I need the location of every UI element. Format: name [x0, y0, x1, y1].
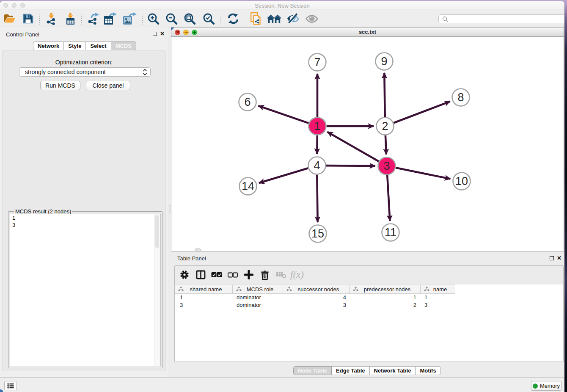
network-view-window: scc.txt 7968124314101511 [171, 27, 564, 251]
save-session-button[interactable] [21, 12, 35, 25]
graph-node-1[interactable]: 1 [309, 118, 326, 135]
import-network-button[interactable] [44, 12, 58, 25]
table-panel-float-button[interactable] [550, 256, 554, 260]
zoom-fit-button[interactable] [182, 12, 197, 25]
control-panel-float-button[interactable] [153, 32, 157, 36]
graph-node-10[interactable]: 10 [453, 173, 471, 190]
graph-node-3[interactable]: 3 [378, 157, 396, 175]
edge-1-6[interactable] [259, 106, 309, 123]
control-tab-select[interactable]: Select [86, 41, 111, 50]
control-tab-mcds[interactable]: MCDS [111, 41, 136, 50]
memory-button[interactable]: Memory [531, 381, 561, 391]
graph-node-8[interactable]: 8 [452, 89, 470, 106]
table-panel-title: Table Panel [177, 255, 206, 262]
control-panel-close-button[interactable]: ✕ [160, 32, 165, 36]
create-column-button[interactable] [242, 267, 256, 283]
edge-3-11[interactable] [387, 175, 390, 221]
table-row[interactable]: 1dominator411 [175, 294, 455, 301]
gear-icon [180, 270, 189, 279]
graph-node-6[interactable]: 6 [239, 94, 256, 111]
criterion-select[interactable]: strongly connected component [19, 67, 151, 77]
deselect-all-button[interactable] [226, 267, 240, 283]
checked-boxes-icon [211, 272, 222, 278]
control-panel: Control Panel ✕ NetworkStyleSelectMCDS O… [0, 27, 168, 377]
delete-table-button[interactable] [274, 267, 288, 283]
graph-node-15[interactable]: 15 [309, 225, 327, 243]
delete-column-button[interactable] [258, 267, 272, 283]
table-tab-node-table[interactable]: Node Table [293, 366, 332, 375]
edge-4-14[interactable] [259, 168, 308, 183]
search-field[interactable] [438, 14, 564, 23]
node-label: 11 [385, 226, 396, 239]
graph-node-7[interactable]: 7 [309, 54, 326, 71]
open-session-button[interactable] [2, 12, 17, 25]
open-folder-icon [3, 13, 16, 24]
node-table: shared nameMCDS rolesuccessor nodesprede… [175, 284, 563, 362]
result-item[interactable]: 3 [10, 221, 160, 229]
refresh-button[interactable] [226, 12, 240, 25]
table-tab-network-table[interactable]: Network Table [370, 366, 416, 375]
save-icon [23, 14, 33, 24]
table-tab-edge-table[interactable]: Edge Table [332, 366, 369, 375]
table-cell: 2 [350, 301, 421, 309]
select-all-button[interactable] [209, 267, 224, 283]
select-updown-icon [143, 69, 147, 75]
eye-slash-icon [287, 13, 300, 25]
edge-layer [259, 73, 451, 222]
mcds-result-group: MCDS result (2 nodes) 13 [8, 211, 162, 368]
table-tab-motifs[interactable]: Motifs [416, 366, 440, 375]
hide-graphics-button[interactable] [286, 12, 300, 25]
function-builder-button[interactable]: f(x) [290, 267, 304, 283]
edge-3-1[interactable] [327, 132, 379, 161]
edge-3-10[interactable] [396, 168, 450, 179]
import-table-button[interactable] [63, 12, 77, 25]
share-document-button[interactable] [249, 12, 263, 25]
result-item[interactable]: 1 [10, 214, 160, 221]
table-settings-button[interactable] [177, 267, 192, 283]
control-tab-network[interactable]: Network [33, 41, 64, 50]
control-panel-tabbar: NetworkStyleSelectMCDS [33, 41, 136, 50]
table-panel-close-button[interactable]: ✕ [557, 256, 561, 260]
edge-4-3[interactable] [326, 166, 375, 166]
graph-node-4[interactable]: 4 [308, 157, 326, 174]
column-header-label: MCDS role [242, 286, 283, 293]
export-image-button[interactable] [122, 12, 137, 25]
export-network-button[interactable] [86, 12, 100, 25]
edge-2-9[interactable] [384, 73, 385, 117]
show-column-pane-button[interactable] [193, 267, 208, 283]
network-graph[interactable]: 7968124314101511 [171, 37, 564, 251]
control-tab-style[interactable]: Style [64, 41, 86, 50]
close-panel-button[interactable]: Close panel [86, 81, 130, 90]
edge-2-3[interactable] [385, 135, 386, 155]
edge-2-8[interactable] [394, 102, 450, 123]
column-header-shared-name[interactable]: shared name [175, 284, 233, 294]
unchecked-boxes-icon [228, 272, 238, 278]
graph-node-9[interactable]: 9 [376, 53, 393, 70]
zoom-selected-button[interactable] [201, 12, 216, 25]
node-label: 1 [314, 120, 320, 133]
node-label: 7 [314, 56, 320, 69]
fx-icon: f(x) [290, 269, 304, 280]
zoom-in-button[interactable] [146, 12, 160, 25]
graph-node-2[interactable]: 2 [377, 118, 394, 135]
table-cell: dominator [233, 294, 283, 301]
table-row[interactable]: 3dominator323 [175, 301, 455, 309]
zoom-out-button[interactable] [164, 12, 179, 25]
export-table-button[interactable] [103, 12, 118, 25]
run-mcds-button[interactable]: Run MCDS [40, 81, 80, 90]
home-button[interactable] [267, 12, 281, 25]
column-header-predecessor-nodes[interactable]: predecessor nodes [350, 284, 421, 294]
column-header-successor-nodes[interactable]: successor nodes [283, 284, 350, 294]
result-scrollbar-thumb[interactable] [155, 215, 159, 248]
horizontal-splitter-grip[interactable] [195, 248, 201, 252]
column-header-name[interactable]: name [421, 284, 455, 294]
task-history-button[interactable] [4, 381, 17, 390]
search-input[interactable] [450, 16, 564, 22]
mcds-result-list[interactable]: 13 [10, 214, 161, 366]
edge-4-15[interactable] [317, 175, 317, 222]
graph-node-14[interactable]: 14 [239, 178, 257, 195]
column-header-MCDS-role[interactable]: MCDS role [233, 284, 283, 294]
result-scrollbar[interactable] [154, 214, 160, 366]
show-graphics-button[interactable] [305, 12, 319, 25]
graph-node-11[interactable]: 11 [382, 224, 399, 241]
